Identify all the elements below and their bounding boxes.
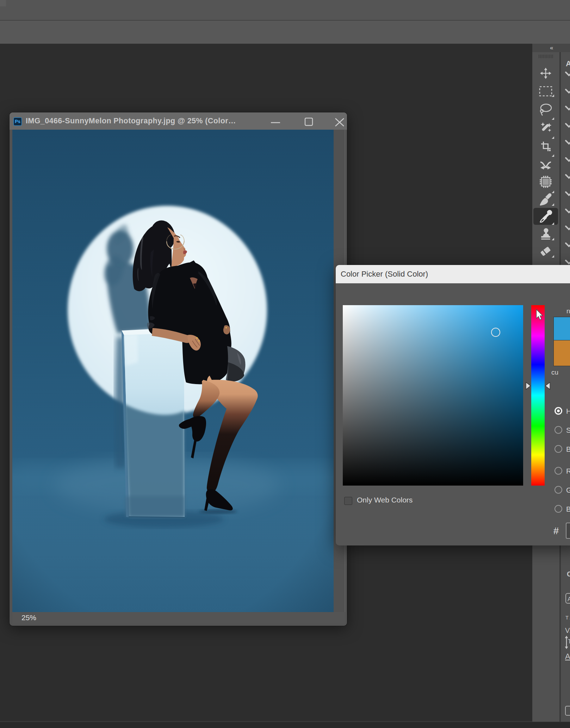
svg-text:S: S xyxy=(566,426,570,434)
svg-text:T.: T. xyxy=(565,615,570,621)
svg-text:A: A xyxy=(568,596,570,603)
svg-text:R: R xyxy=(566,467,570,475)
svg-text:V/: V/ xyxy=(565,627,570,634)
svg-text:C: C xyxy=(567,570,570,578)
svg-text:B: B xyxy=(566,505,570,513)
svg-text:G: G xyxy=(566,486,570,494)
svg-text:H: H xyxy=(566,407,570,415)
svg-text:A: A xyxy=(565,652,570,661)
svg-text:T: T xyxy=(568,638,570,644)
svg-text:A: A xyxy=(566,59,570,68)
svg-text:B: B xyxy=(566,445,570,453)
